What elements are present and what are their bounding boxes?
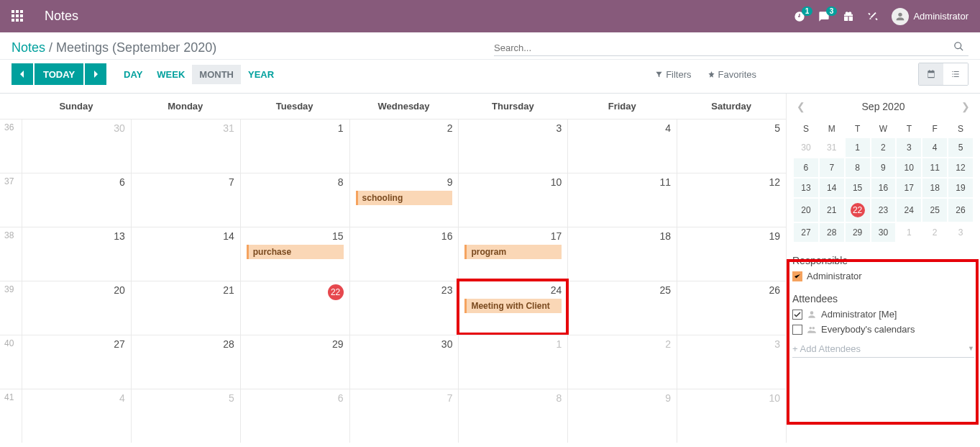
scale-year[interactable]: YEAR: [241, 65, 281, 84]
search-input[interactable]: [494, 42, 949, 53]
calendar-cell[interactable]: 14: [131, 227, 240, 281]
checkbox-checked-icon[interactable]: [792, 271, 802, 281]
mini-cal-day[interactable]: 7: [820, 158, 844, 177]
mini-cal-day[interactable]: 8: [846, 158, 870, 177]
calendar-cell[interactable]: 9: [567, 389, 677, 443]
calendar-cell[interactable]: 28: [131, 335, 240, 389]
search-box[interactable]: [494, 40, 968, 56]
calendar-cell[interactable]: 27: [22, 335, 131, 389]
mini-cal-day[interactable]: 1: [846, 138, 870, 157]
mini-cal-day[interactable]: 16: [871, 179, 896, 197]
mini-cal-day[interactable]: 18: [922, 179, 947, 197]
mini-cal-day[interactable]: 20: [794, 199, 818, 222]
calendar-cell[interactable]: 24Meeting with Client: [458, 281, 567, 335]
gift-icon[interactable]: [843, 11, 854, 22]
calendar-cell[interactable]: 30: [349, 335, 459, 389]
scale-month[interactable]: MONTH: [192, 65, 241, 84]
calendar-cell[interactable]: 15purchase: [240, 227, 349, 281]
calendar-cell[interactable]: 13: [22, 227, 131, 281]
calendar-event[interactable]: purchase: [247, 245, 344, 259]
calendar-cell[interactable]: 22: [240, 281, 349, 335]
mini-cal-day[interactable]: 31: [820, 138, 844, 157]
mini-cal-day[interactable]: 2: [871, 138, 896, 157]
calendar-cell[interactable]: 18: [567, 227, 677, 281]
calendar-cell[interactable]: 30: [22, 119, 131, 173]
mini-prev-icon[interactable]: ❮: [797, 101, 805, 112]
calendar-cell[interactable]: 25: [567, 281, 677, 335]
calendar-cell[interactable]: 29: [240, 335, 349, 389]
calendar-cell[interactable]: 10: [677, 389, 786, 443]
mini-cal-day[interactable]: 5: [948, 138, 973, 157]
mini-cal-day[interactable]: 28: [820, 223, 844, 242]
calendar-cell[interactable]: 3: [458, 119, 567, 173]
activity-icon[interactable]: 1: [794, 11, 805, 22]
calendar-cell[interactable]: 2: [567, 335, 677, 389]
calendar-cell[interactable]: 6: [22, 173, 131, 227]
apps-icon[interactable]: [12, 10, 24, 23]
calendar-event[interactable]: program: [464, 245, 562, 259]
mini-calendar[interactable]: SMTWTFS303112345678910111213141516171819…: [792, 119, 974, 243]
filters-button[interactable]: Filters: [655, 69, 691, 80]
mini-cal-day[interactable]: 22: [846, 199, 870, 222]
calendar-cell[interactable]: 20: [22, 281, 131, 335]
mini-cal-day[interactable]: 9: [871, 158, 896, 177]
calendar-cell[interactable]: 31: [131, 119, 240, 173]
mini-cal-day[interactable]: 14: [820, 179, 844, 197]
checkbox-checked-icon[interactable]: [792, 310, 802, 320]
mini-cal-day[interactable]: 21: [820, 199, 844, 222]
calendar-cell[interactable]: 5: [677, 119, 786, 173]
calendar-event[interactable]: Meeting with Client: [464, 299, 562, 313]
calendar-cell[interactable]: 17program: [458, 227, 567, 281]
calendar-view-button[interactable]: [919, 63, 943, 85]
calendar-cell[interactable]: 7: [349, 389, 459, 443]
mini-cal-day[interactable]: 13: [794, 179, 818, 197]
settings-icon[interactable]: [867, 11, 879, 22]
calendar-cell[interactable]: 5: [131, 389, 240, 443]
scale-day[interactable]: DAY: [116, 65, 150, 84]
calendar-cell[interactable]: 4: [567, 119, 677, 173]
calendar-cell[interactable]: 6: [240, 389, 349, 443]
next-button[interactable]: [85, 63, 106, 85]
mini-cal-day[interactable]: 2: [922, 223, 947, 242]
calendar-cell[interactable]: 1: [240, 119, 349, 173]
calendar-cell[interactable]: 19: [677, 227, 786, 281]
mini-cal-day[interactable]: 10: [897, 158, 921, 177]
attendee-everybody-row[interactable]: Everybody's calendars: [792, 324, 974, 335]
calendar-cell[interactable]: 7: [131, 173, 240, 227]
calendar-cell[interactable]: 10: [458, 173, 567, 227]
mini-cal-day[interactable]: 26: [948, 199, 973, 222]
calendar-cell[interactable]: 12: [677, 173, 786, 227]
calendar-cell[interactable]: 26: [677, 281, 786, 335]
calendar-cell[interactable]: 16: [349, 227, 459, 281]
scale-week[interactable]: WEEK: [150, 65, 192, 84]
mini-cal-day[interactable]: 6: [794, 158, 818, 177]
favorites-button[interactable]: Favorites: [707, 69, 756, 80]
mini-cal-day[interactable]: 3: [948, 223, 973, 242]
mini-cal-day[interactable]: 30: [871, 223, 896, 242]
list-view-button[interactable]: [943, 63, 968, 85]
chat-icon[interactable]: 3: [818, 11, 830, 22]
mini-next-icon[interactable]: ❯: [961, 101, 970, 112]
mini-cal-day[interactable]: 30: [794, 138, 818, 157]
calendar-cell[interactable]: 21: [131, 281, 240, 335]
add-attendee-input[interactable]: + Add Attendees ▼: [792, 340, 974, 358]
calendar-cell[interactable]: 2: [349, 119, 459, 173]
mini-cal-day[interactable]: 11: [922, 158, 947, 177]
calendar-cell[interactable]: 23: [349, 281, 459, 335]
search-icon[interactable]: [949, 41, 968, 54]
calendar-cell[interactable]: 3: [677, 335, 786, 389]
mini-cal-day[interactable]: 3: [897, 138, 921, 157]
attendee-me-row[interactable]: Administrator [Me]: [792, 309, 974, 320]
mini-cal-day[interactable]: 17: [897, 179, 921, 197]
mini-cal-day[interactable]: 24: [897, 199, 921, 222]
mini-cal-day[interactable]: 19: [948, 179, 973, 197]
mini-cal-day[interactable]: 4: [922, 138, 947, 157]
breadcrumb-root[interactable]: Notes: [12, 40, 45, 55]
calendar-cell[interactable]: 8: [458, 389, 567, 443]
calendar-cell[interactable]: 4: [22, 389, 131, 443]
calendar-cell[interactable]: 11: [567, 173, 677, 227]
calendar-cell[interactable]: 9schooling: [349, 173, 459, 227]
user-menu[interactable]: Administrator: [892, 8, 968, 25]
calendar-event[interactable]: schooling: [356, 191, 453, 205]
mini-cal-day[interactable]: 27: [794, 223, 818, 242]
